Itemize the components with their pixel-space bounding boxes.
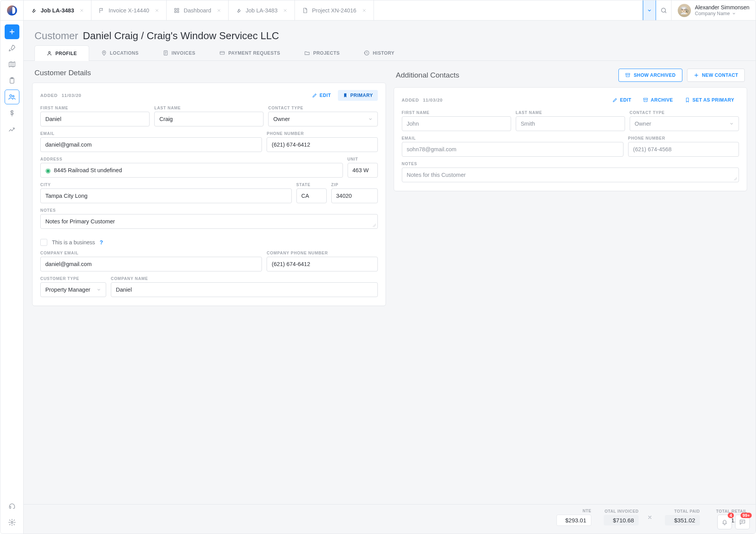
contact-first-name-input[interactable]: John [402,116,511,131]
open-tab[interactable]: Dashboard [167,0,229,20]
rail-map-button[interactable] [5,57,19,72]
edit-button[interactable]: EDIT [307,90,336,101]
is-business-checkbox[interactable] [40,239,47,246]
search-button[interactable] [656,0,672,20]
company-name-input[interactable]: Daniel [111,282,378,297]
tab-close-button[interactable] [362,8,367,13]
close-icon [362,8,367,13]
tab-label: Job LA-3483 [41,7,74,14]
location-pin-icon: ◉ [45,167,51,174]
footer-dismiss-button[interactable] [647,515,653,520]
folder-icon [304,50,310,56]
contact-type-select[interactable]: Owner [268,112,377,126]
open-tab[interactable]: Invoice X-14440 [91,0,167,20]
rail-reports-button[interactable] [5,122,19,137]
tab-close-button[interactable] [217,8,221,13]
tab-label: Invoice X-14440 [108,7,149,14]
page-tab-invoices[interactable]: INVOICES [151,45,207,60]
email-input[interactable]: daniel@gmail.com [40,137,262,152]
open-tab[interactable]: Job LA-3483 [24,0,91,20]
contact-type-select[interactable]: Owner [630,116,739,131]
phone-input[interactable]: (621) 674-6412 [267,137,377,152]
rail-clipboard-button[interactable] [5,73,19,88]
document-icon [302,7,308,14]
users-icon [8,93,16,101]
company-email-input[interactable]: daniel@gmail.com [40,257,262,271]
grid-icon [174,7,180,14]
totals-footer: NTE $293.01OTAL INVOICED $710.68TOTAL PA… [24,504,756,534]
svg-rect-15 [644,98,648,99]
unit-input[interactable]: 463 W [348,163,378,178]
tab-close-button[interactable] [155,8,159,13]
notifications-chat[interactable]: 99+ [735,515,750,529]
user-company: Company Name [695,11,749,16]
zip-input[interactable]: 34020 [331,188,378,203]
first-name-input[interactable]: Daniel [40,112,150,126]
address-input[interactable]: ◉ 8445 Railroad St undefined [40,163,343,178]
contact-edit-button[interactable]: EDIT [608,95,636,105]
bell-icon [721,518,728,525]
contact-phone-input[interactable]: (621) 674-4568 [628,142,739,157]
is-business-label: This is a business [52,239,95,245]
breadcrumb: Customer [34,30,78,42]
rail-customers-button[interactable] [5,90,19,104]
is-business-help[interactable]: ? [100,239,103,245]
city-input[interactable]: Tampa City Long [40,188,292,203]
new-contact-button[interactable]: NEW CONTACT [687,69,745,82]
last-name-input[interactable]: Craig [154,112,263,126]
history-icon [364,50,370,56]
additional-contacts-title: Additional Contacts [396,71,460,79]
archive-icon [625,73,630,78]
page-tab-label: HISTORY [373,50,394,56]
show-archived-button[interactable]: SHOW ARCHIVED [618,69,682,82]
primary-badge[interactable]: PRIMARY [338,90,377,101]
pin-icon [101,50,107,56]
rail-add-button[interactable] [5,24,19,39]
plus-icon [694,73,699,78]
rail-settings-button[interactable] [5,515,19,530]
tabs-overflow-button[interactable] [643,0,656,20]
app-logo[interactable] [0,0,24,20]
tab-close-button[interactable] [283,8,288,13]
contact-archive-button[interactable]: ARCHIVE [638,95,678,105]
company-phone-input[interactable]: (621) 674-6412 [267,257,377,271]
tab-close-button[interactable] [79,8,84,13]
bookmark-icon [343,93,348,98]
customer-type-select[interactable]: Property Manager [40,282,106,297]
open-tab[interactable]: Job LA-3483 [229,0,295,20]
footer-label: NTE [583,508,592,513]
card-icon [219,50,225,56]
set-as-primary-button[interactable]: SET AS PRIMARY [680,95,739,105]
added-label: ADDED [402,98,419,102]
additional-contact-card: ADDED 11/03/20 EDIT ARCHIVE [394,87,747,191]
rail-support-button[interactable] [5,499,19,513]
contact-last-name-input[interactable]: Smith [516,116,625,131]
contact-email-input[interactable]: sohn78@gmail.com [402,142,623,157]
page-tab-label: PROFILE [55,51,77,56]
notes-input[interactable]: Notes for Primary Customer [40,214,378,229]
user-name: Alexander Simmonsen [695,4,749,10]
open-tabs: Job LA-3483Invoice X-14440DashboardJob L… [24,0,642,20]
rail-billing-button[interactable] [5,106,19,121]
open-tab[interactable]: Project XN-24016 [295,0,374,20]
pencil-icon [312,93,317,98]
wrench-icon [236,7,242,14]
footer-total: OTAL INVOICED $710.68 [600,509,639,525]
page-tab-history[interactable]: HISTORY [352,45,406,60]
added-date: 11/03/20 [62,93,81,98]
footer-label: TOTAL PAID [674,509,700,513]
page-tab-payment-requests[interactable]: PAYMENT REQUESTS [207,45,292,60]
user-menu[interactable]: 👨🏻‍🍳 Alexander Simmonsen Company Name [672,0,756,20]
added-label: ADDED [40,93,58,98]
page-tab-profile[interactable]: PROFILE [34,45,89,61]
page-tab-locations[interactable]: LOCATIONS [89,45,151,60]
page-tabs: PROFILELOCATIONSINVOICESPAYMENT REQUESTS… [24,45,756,61]
side-rail [0,21,24,534]
state-input[interactable]: CA [296,188,327,203]
contact-notes-input[interactable]: Notes for this Customer [402,168,739,182]
tab-label: Job LA-3483 [246,7,277,14]
svg-rect-3 [177,11,179,12]
rail-launch-button[interactable] [5,41,19,55]
page-tab-projects[interactable]: PROJECTS [292,45,352,60]
notifications-bell[interactable]: 4 [717,515,732,529]
